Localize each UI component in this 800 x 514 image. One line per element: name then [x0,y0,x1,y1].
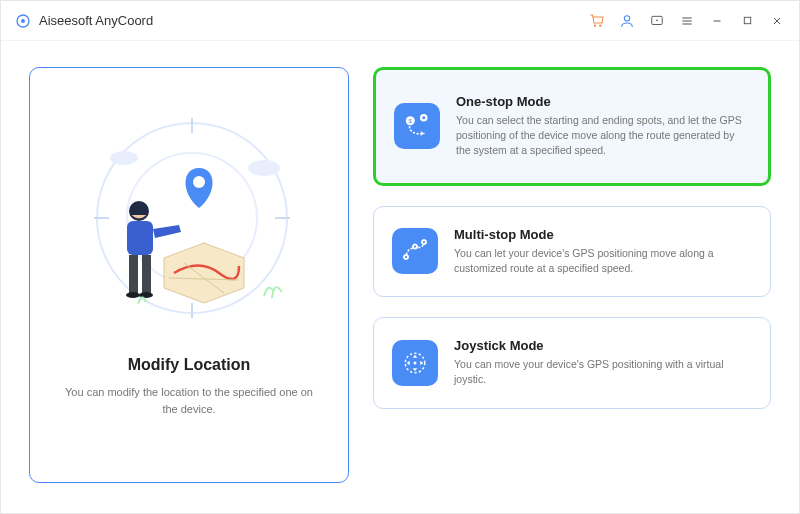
multi-stop-mode-title: Multi-stop Mode [454,227,752,242]
svg-marker-31 [413,355,418,358]
svg-point-25 [422,117,425,120]
maximize-button[interactable] [739,13,755,29]
one-stop-mode-desc: You can select the starting and ending s… [456,113,750,159]
svg-point-1 [21,19,25,23]
one-stop-mode-text: One-stop Mode You can select the startin… [456,94,750,159]
content-area: Modify Location You can modify the locat… [1,41,799,513]
minimize-button[interactable] [709,13,725,29]
svg-point-20 [126,292,140,298]
svg-rect-17 [127,221,153,255]
svg-point-29 [423,241,425,243]
multi-stop-mode-card[interactable]: Multi-stop Mode You can let your device'… [373,206,771,297]
close-button[interactable] [769,13,785,29]
app-window: Aiseesoft AnyCoord [0,0,800,514]
modes-panel: $ One-stop Mode You can select the start… [373,67,771,483]
multi-stop-mode-text: Multi-stop Mode You can let your device'… [454,227,752,276]
svg-marker-26 [421,132,425,137]
svg-rect-18 [129,255,138,293]
svg-marker-32 [413,368,418,371]
titlebar: Aiseesoft AnyCoord [1,1,799,41]
one-stop-mode-title: One-stop Mode [456,94,750,109]
multi-stop-mode-desc: You can let your device's GPS positionin… [454,246,752,276]
app-logo-icon [15,13,31,29]
svg-point-28 [414,246,416,248]
modify-location-card[interactable]: Modify Location You can modify the locat… [29,67,349,483]
joystick-mode-title: Joystick Mode [454,338,752,353]
one-stop-mode-icon: $ [394,103,440,149]
feedback-icon[interactable] [649,13,665,29]
svg-point-13 [248,160,280,176]
modify-location-desc: You can modify the location to the speci… [59,384,319,417]
modify-location-illustration [64,98,314,348]
joystick-mode-text: Joystick Mode You can move your device's… [454,338,752,387]
svg-point-15 [193,176,205,188]
cart-icon[interactable] [589,13,605,29]
svg-point-35 [414,361,417,364]
svg-point-4 [656,19,658,21]
app-title: Aiseesoft AnyCoord [39,13,153,28]
svg-marker-34 [420,361,423,366]
svg-rect-19 [142,255,151,293]
joystick-mode-icon [392,340,438,386]
one-stop-mode-card[interactable]: $ One-stop Mode You can select the start… [373,67,771,186]
multi-stop-mode-icon [392,228,438,274]
svg-point-12 [110,151,138,165]
svg-point-2 [624,15,629,20]
user-icon[interactable] [619,13,635,29]
titlebar-left: Aiseesoft AnyCoord [15,13,153,29]
svg-marker-33 [407,361,410,366]
svg-point-27 [405,256,407,258]
joystick-mode-desc: You can move your device's GPS positioni… [454,357,752,387]
menu-icon[interactable] [679,13,695,29]
modify-location-title: Modify Location [128,356,251,374]
joystick-mode-card[interactable]: Joystick Mode You can move your device's… [373,317,771,408]
svg-rect-5 [744,17,750,23]
titlebar-right [589,13,785,29]
